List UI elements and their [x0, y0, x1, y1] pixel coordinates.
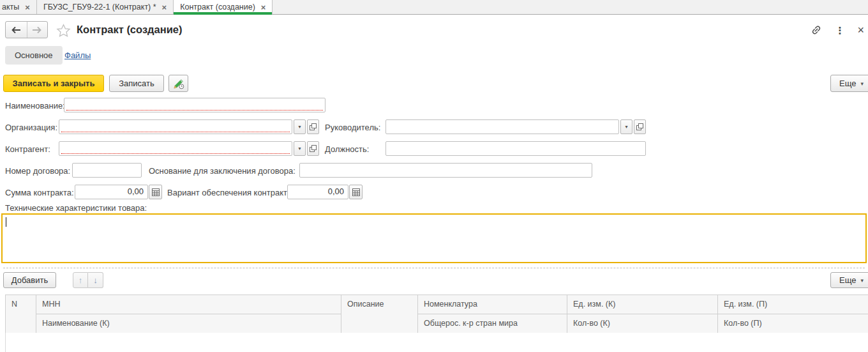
- history-nav-group: [5, 21, 48, 38]
- counterparty-label: Контрагент:: [5, 144, 50, 154]
- move-row-group: ↑ ↓: [73, 272, 103, 288]
- column-header-mnn[interactable]: МНН: [36, 295, 341, 314]
- amount-label: Сумма контракта:: [5, 188, 74, 197]
- form-more-button[interactable]: Еще▾: [830, 75, 868, 92]
- required-marker: [61, 132, 290, 132]
- window-tab-contract-new[interactable]: Контракт (создание) ×: [174, 0, 273, 14]
- organization-input[interactable]: [59, 119, 292, 134]
- required-marker: [66, 110, 323, 111]
- save-button[interactable]: Записать: [109, 75, 164, 92]
- open-icon: [310, 123, 317, 130]
- position-input[interactable]: [385, 141, 646, 156]
- items-table-body[interactable]: [5, 333, 868, 352]
- position-label: Должность:: [325, 144, 369, 154]
- items-table-header: N МНН Описание Номенклатура Ед. изм. (К)…: [5, 295, 868, 333]
- column-header-name-k[interactable]: Наименование (К): [36, 314, 341, 333]
- add-row-button[interactable]: Добавить: [3, 272, 56, 288]
- counterparty-input[interactable]: [59, 141, 292, 156]
- basis-label: Основание для заключения договора:: [149, 166, 296, 176]
- pencil-clock-icon: [172, 78, 185, 89]
- save-and-close-button[interactable]: Записать и закрыть: [3, 75, 104, 92]
- security-option-label: Вариант обеспечения контракта:: [167, 188, 294, 197]
- manager-dropdown-button[interactable]: ▾: [620, 119, 632, 134]
- window-tab-bar: акты × ГБУЗС_ГБУ9-22-1 (Контракт) * × Ко…: [0, 0, 868, 15]
- tab-main[interactable]: Основное: [5, 46, 63, 65]
- contract-number-input[interactable]: [72, 163, 142, 178]
- move-row-up-button[interactable]: ↑: [73, 272, 88, 288]
- column-header-country-classifier[interactable]: Общерос. к-р стран мира: [418, 314, 567, 333]
- tab-close-icon[interactable]: ×: [162, 3, 167, 11]
- close-form-icon[interactable]: ×: [857, 24, 864, 36]
- name-input[interactable]: [64, 98, 326, 112]
- chevron-down-icon: ▾: [860, 277, 864, 284]
- column-header-description[interactable]: Описание: [341, 295, 418, 333]
- header-icons: ⋮ ×: [811, 24, 864, 36]
- manager-open-button[interactable]: [634, 119, 646, 134]
- calculator-icon: [352, 188, 360, 196]
- up-arrow-icon: ↑: [79, 275, 83, 285]
- organization-dropdown-button[interactable]: ▾: [294, 119, 306, 134]
- move-row-down-button[interactable]: ↓: [88, 272, 103, 288]
- edit-history-button[interactable]: [168, 75, 188, 92]
- window-tab-label: Контракт (создание): [180, 3, 255, 11]
- more-menu-icon[interactable]: ⋮: [835, 26, 844, 35]
- tab-close-icon[interactable]: ×: [261, 3, 266, 11]
- organization-label: Организация:: [5, 123, 57, 132]
- security-option-calculator-button[interactable]: [349, 185, 363, 199]
- link-icon[interactable]: [811, 24, 822, 36]
- table-more-button[interactable]: Еще▾: [830, 272, 868, 288]
- manager-label: Руководитель:: [325, 123, 380, 132]
- chevron-down-icon: ▾: [298, 146, 301, 151]
- window-tab-gbuzs-contract[interactable]: ГБУЗС_ГБУ9-22-1 (Контракт) * ×: [37, 0, 174, 14]
- window-tab-label: ГБУЗС_ГБУ9-22-1 (Контракт) *: [43, 3, 156, 11]
- splitter-handle[interactable]: [3, 268, 865, 268]
- window-tab-label: акты: [2, 3, 19, 11]
- window-tab-acts[interactable]: акты ×: [0, 0, 37, 14]
- amount-calculator-button[interactable]: [149, 185, 162, 199]
- tab-files-link[interactable]: Файлы: [64, 50, 91, 60]
- amount-input[interactable]: 0,00: [75, 185, 148, 199]
- down-arrow-icon: ↓: [93, 275, 98, 285]
- column-header-unit-p[interactable]: Ед. изм. (П): [718, 295, 868, 314]
- chevron-down-icon: ▾: [298, 124, 301, 130]
- required-marker: [61, 153, 290, 154]
- tech-specs-label: Технические характеристики товара:: [5, 203, 147, 213]
- security-option-value: 0,00: [328, 187, 344, 196]
- organization-open-button[interactable]: [307, 119, 319, 134]
- column-header-nomenclature[interactable]: Номенклатура: [418, 295, 567, 314]
- counterparty-open-button[interactable]: [307, 141, 319, 156]
- forward-button[interactable]: [27, 22, 48, 38]
- name-label: Наименование:: [5, 101, 65, 111]
- text-cursor: [6, 217, 6, 227]
- column-header-unit-k[interactable]: Ед. изм. (К): [567, 295, 718, 314]
- security-option-input[interactable]: 0,00: [287, 185, 348, 199]
- column-header-n[interactable]: N: [6, 295, 36, 333]
- column-header-qty-k[interactable]: Кол-во (К): [567, 314, 718, 333]
- amount-value: 0,00: [128, 187, 144, 196]
- open-icon: [636, 123, 643, 130]
- back-arrow-icon: [11, 26, 21, 34]
- tech-specs-textarea[interactable]: [1, 213, 867, 263]
- basis-input[interactable]: [299, 163, 592, 178]
- more-label: Еще: [839, 275, 856, 285]
- favorite-star-icon[interactable]: [56, 24, 71, 38]
- open-icon: [310, 145, 317, 152]
- counterparty-dropdown-button[interactable]: ▾: [294, 141, 306, 156]
- manager-input[interactable]: [385, 119, 619, 134]
- more-label: Еще: [839, 79, 856, 88]
- column-header-qty-p[interactable]: Кол-во (П): [718, 314, 868, 333]
- contract-number-label: Номер договора:: [5, 166, 70, 176]
- back-button[interactable]: [6, 22, 27, 38]
- chevron-down-icon: ▾: [860, 80, 864, 87]
- forward-arrow-icon: [32, 26, 42, 34]
- page-title: Контракт (создание): [77, 24, 183, 36]
- calculator-icon: [152, 188, 160, 196]
- chevron-down-icon: ▾: [625, 124, 627, 130]
- tab-close-icon[interactable]: ×: [25, 3, 30, 11]
